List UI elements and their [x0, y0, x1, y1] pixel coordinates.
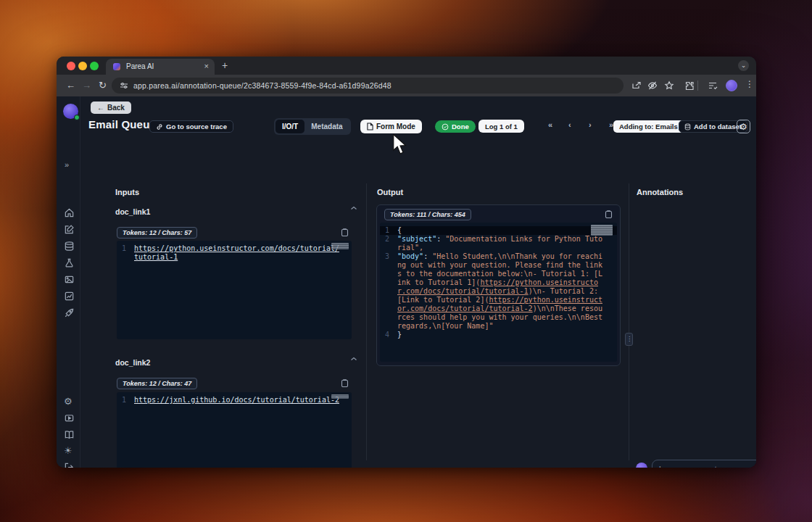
sidebar-item-datasets[interactable] — [64, 241, 75, 252]
doc-link1-editor[interactable]: 1https://python.useinstructor.com/docs/t… — [117, 241, 352, 339]
back-button[interactable]: ← Back — [91, 102, 131, 114]
view-mode-tabs: I/O/T Metadata — [274, 118, 351, 135]
org-avatar[interactable] — [63, 104, 78, 119]
sidebar-expand-icon[interactable]: » — [65, 160, 69, 169]
tutorials-video-icon[interactable] — [64, 413, 75, 423]
doc-link2-editor[interactable]: 1https://jxnl.github.io/docs/tutorial/tu… — [117, 392, 352, 468]
prev-log-button[interactable]: ‹ — [568, 120, 571, 129]
collapse-chevron-icon[interactable] — [350, 356, 357, 362]
forward-nav-icon[interactable]: → — [82, 80, 91, 91]
desktop-background: Parea AI × + ⌄ ← → ↻ app.parea.ai/annota… — [0, 0, 812, 522]
minimize-window-button[interactable] — [78, 62, 87, 70]
annotations-heading: Annotations — [637, 188, 683, 196]
browser-window: Parea AI × + ⌄ ← → ↻ app.parea.ai/annota… — [57, 57, 756, 468]
tab-metadata[interactable]: Metadata — [304, 120, 349, 133]
extensions-puzzle-icon[interactable] — [684, 80, 695, 91]
form-mode-button[interactable]: Form Mode — [360, 120, 422, 133]
bookmark-star-icon[interactable] — [664, 80, 674, 91]
app-main: ← Back Email Queue Go to source trace I/… — [80, 96, 756, 468]
dataset-icon — [684, 123, 691, 130]
browser-tabstrip: Parea AI × + ⌄ — [57, 57, 756, 75]
copy-icon[interactable] — [341, 378, 349, 387]
browser-menu-icon[interactable]: ⋮ — [745, 79, 754, 89]
first-log-button[interactable]: « — [548, 120, 552, 129]
back-arrow-icon: ← — [97, 104, 104, 112]
tokens-badge-doc-link2: Tokens: 12 / Chars: 47 — [117, 378, 197, 389]
tab-favicon — [113, 63, 120, 70]
browser-tab-parea[interactable]: Parea AI × — [106, 59, 215, 75]
add-to-dataset-label: Add to dataset — [694, 123, 742, 130]
toolbar-divider — [697, 80, 698, 91]
log-counter-button[interactable]: Log 1 of 1 — [478, 120, 524, 133]
inputs-output-divider — [366, 183, 367, 460]
sidebar-item-logs[interactable] — [64, 224, 75, 235]
output-card: Tokens: 111 / Chars: 454 1{2"subject": "… — [376, 204, 621, 366]
reading-list-icon[interactable] — [708, 80, 718, 91]
go-to-source-trace-button[interactable]: Go to source trace — [149, 120, 233, 133]
comment-input[interactable] — [659, 465, 753, 468]
editor-minimap — [331, 394, 349, 399]
eye-off-icon[interactable] — [647, 80, 658, 91]
settings-gear-icon[interactable]: ⚙ — [64, 397, 72, 406]
send-to-device-icon[interactable] — [631, 80, 642, 91]
output-editor[interactable]: 1{2"subject": "Documentation Links for P… — [380, 223, 617, 362]
next-log-button[interactable]: › — [589, 120, 592, 129]
tab-close-icon[interactable]: × — [204, 62, 209, 70]
inputs-heading: Inputs — [115, 188, 139, 196]
field-label-doc-link1: doc_link1 — [115, 207, 150, 216]
zoom-window-button[interactable] — [90, 62, 99, 70]
mouse-cursor — [392, 133, 407, 158]
sidebar-item-evaluations[interactable] — [64, 291, 75, 302]
close-window-button[interactable] — [67, 62, 75, 70]
source-trace-label: Go to source trace — [166, 123, 227, 130]
new-tab-button[interactable]: + — [222, 59, 228, 71]
output-annotations-divider — [629, 183, 629, 460]
address-bar[interactable]: app.parea.ai/annotation-queue/2c384673-8… — [112, 78, 624, 94]
browser-toolbar: ← → ↻ app.parea.ai/annotation-queue/2c38… — [57, 75, 756, 96]
sidebar-item-deployments[interactable] — [64, 307, 75, 318]
editor-minimap — [331, 243, 349, 249]
tab-iot[interactable]: I/O/T — [276, 120, 304, 133]
comment-box: Submit — [652, 460, 756, 468]
docs-book-icon[interactable] — [64, 429, 75, 440]
done-label: Done — [452, 123, 469, 130]
done-button[interactable]: Done — [435, 120, 476, 133]
collapse-chevron-icon[interactable] — [350, 205, 357, 211]
check-circle-icon — [442, 123, 449, 130]
back-label: Back — [107, 104, 125, 112]
field-label-doc-link2: doc_link2 — [115, 358, 150, 367]
sidebar-item-experiments[interactable] — [64, 257, 75, 268]
tokens-badge-doc-link1: Tokens: 12 / Chars: 57 — [117, 227, 197, 239]
back-nav-icon[interactable]: ← — [66, 80, 75, 91]
panel-resize-handle[interactable]: ⋮ — [625, 333, 633, 346]
editor-minimap — [591, 225, 613, 236]
browser-profile-avatar[interactable] — [726, 80, 737, 91]
link-icon — [156, 123, 163, 130]
copy-icon[interactable] — [341, 228, 349, 236]
tab-title: Parea AI — [126, 62, 154, 70]
status-dot — [74, 115, 80, 120]
copy-icon[interactable] — [605, 210, 613, 218]
reload-icon[interactable]: ↻ — [99, 80, 107, 91]
output-heading: Output — [377, 188, 403, 196]
app-sidebar: » ⚙ ☀ — [57, 96, 80, 468]
user-avatar — [636, 463, 647, 468]
form-mode-label: Form Mode — [376, 123, 415, 130]
document-icon — [367, 123, 373, 130]
tokens-badge-output: Tokens: 111 / Chars: 454 — [384, 209, 471, 220]
url-text: app.parea.ai/annotation-queue/2c384673-8… — [133, 81, 392, 90]
page-title: Email Queue — [88, 118, 156, 130]
logout-icon[interactable] — [64, 462, 75, 468]
site-settings-icon[interactable] — [120, 81, 128, 90]
theme-sun-icon[interactable]: ☀ — [64, 446, 72, 455]
tab-search-button[interactable]: ⌄ — [738, 60, 749, 71]
sidebar-item-home[interactable] — [64, 207, 75, 218]
sidebar-item-playground[interactable] — [64, 274, 75, 285]
queue-settings-button[interactable]: ⚙ — [737, 120, 750, 133]
adding-to-emails-button[interactable]: Adding to: Emails — [613, 120, 684, 133]
